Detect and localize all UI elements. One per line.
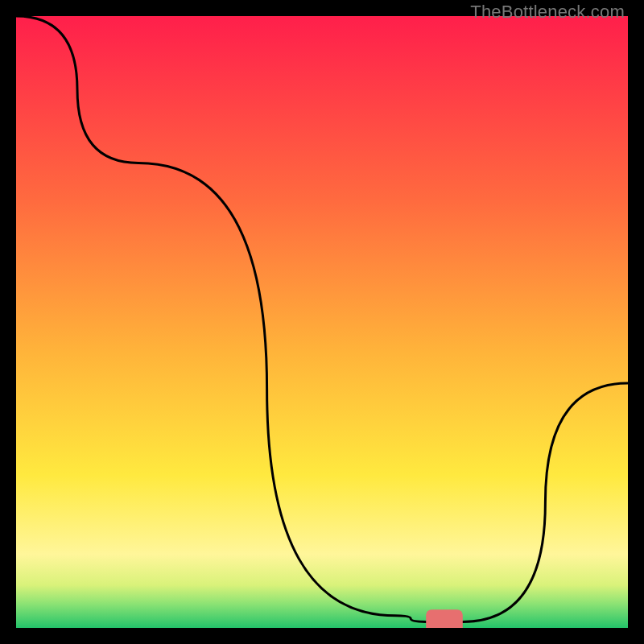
optimal-marker [426,609,463,628]
chart-frame [16,16,628,628]
gradient-bg [16,16,628,628]
bottleneck-chart [16,16,628,628]
